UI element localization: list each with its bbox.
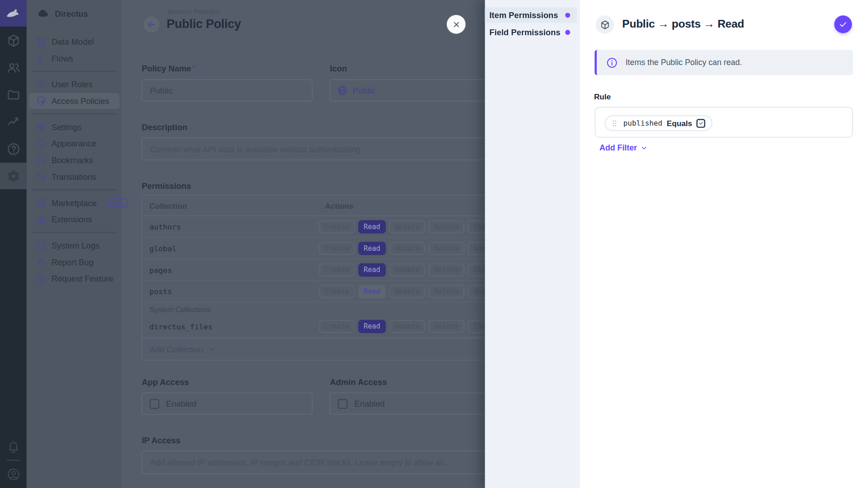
perm-posts-update-button[interactable]: Update (389, 285, 425, 298)
app-root: Access Policies Public Policy Policy Nam… (0, 0, 868, 488)
perm-authors-create-button[interactable]: Create (319, 220, 355, 233)
database-icon (36, 37, 47, 47)
system-collections-label: System Collections (150, 305, 211, 313)
perm-global-delete-button[interactable]: Delete (429, 241, 465, 254)
tab-field-permissions[interactable]: Field Permissions (485, 24, 577, 40)
sidebar-item-label: Access Policies (52, 96, 109, 106)
ip-access-input[interactable] (141, 450, 501, 474)
icon-select[interactable]: Public (330, 79, 501, 102)
status-dot (565, 30, 570, 35)
sidebar-item-request-feature[interactable]: Request Feature (29, 271, 120, 287)
perm-authors-update-button[interactable]: Update (389, 220, 425, 233)
perm-posts-delete-button[interactable]: Delete (429, 285, 465, 298)
module-user-menu[interactable] (0, 461, 27, 488)
perm-global-update-button[interactable]: Update (389, 241, 425, 254)
perm-directus_files-update-button[interactable]: Update (389, 319, 425, 333)
divider-line (216, 309, 499, 310)
sidebar-item-appearance[interactable]: Appearance (29, 136, 120, 152)
check-icon (838, 19, 848, 29)
perm-pages-create-button[interactable]: Create (319, 263, 355, 276)
people-icon (36, 79, 47, 89)
module-settings[interactable] (0, 163, 27, 189)
sidebar-item-translations[interactable]: Translations (29, 169, 120, 185)
required-mark: * (192, 64, 195, 72)
perm-directus_files-create-button[interactable]: Create (319, 319, 355, 333)
bug-icon (36, 257, 47, 267)
project-chooser[interactable]: Directus (27, 0, 122, 27)
globe-icon (337, 85, 348, 96)
drawer-close-button[interactable] (447, 15, 466, 34)
admin-access-label: Admin Access (330, 377, 387, 387)
sidebar-item-data-model[interactable]: Data Model (29, 34, 120, 50)
info-banner: Items the Public Policy can read. (594, 50, 853, 75)
sidebar-item-system-logs[interactable]: System Logs (29, 237, 120, 253)
add-collection-button[interactable]: Add Collection (142, 338, 500, 360)
gear-icon (6, 169, 20, 183)
module-docs[interactable] (0, 136, 27, 162)
shield-user-icon (36, 96, 47, 106)
filter-value-checkbox[interactable] (697, 119, 706, 128)
perm-authors-read-button[interactable]: Read (358, 220, 386, 233)
drag-handle-icon[interactable] (610, 119, 619, 128)
perm-pages-delete-button[interactable]: Delete (429, 263, 465, 276)
system-collections-divider: System Collections (142, 303, 500, 316)
add-filter-label: Add Filter (599, 143, 637, 152)
add-filter-button[interactable]: Add Filter (599, 143, 648, 152)
sidebar-item-user-roles[interactable]: User Roles (29, 76, 120, 93)
perm-posts-read-button[interactable]: Read (358, 285, 386, 298)
tab-label: Field Permissions (489, 28, 560, 37)
save-button[interactable] (834, 15, 852, 33)
sidebar-item-bookmarks[interactable]: Bookmarks (29, 152, 120, 169)
app-access-checkbox-label: Enabled (166, 399, 196, 408)
module-users[interactable] (0, 54, 27, 81)
module-files[interactable] (0, 81, 27, 108)
description-input[interactable] (141, 137, 501, 160)
filter-field[interactable]: published (623, 119, 662, 127)
sidebar-item-label: User Roles (52, 80, 93, 89)
sidebar-item-label: Data Model (52, 37, 94, 47)
perm-authors-delete-button[interactable]: Delete (429, 220, 465, 233)
sidebar-item-label: Extensions (52, 215, 92, 224)
policy-name-input[interactable] (141, 79, 313, 102)
sidebar-item-label: Request Feature (52, 274, 113, 283)
perm-posts-create-button[interactable]: Create (319, 285, 355, 298)
directus-logo[interactable] (0, 0, 27, 27)
translate-icon (36, 172, 47, 182)
chevron-down-icon (640, 144, 648, 152)
perm-directus_files-delete-button[interactable]: Delete (429, 319, 465, 333)
permissions-table-header: Collection Actions (142, 196, 500, 216)
perm-global-create-button[interactable]: Create (319, 241, 355, 254)
user-circle-icon (6, 467, 20, 481)
sidebar-item-report-bug[interactable]: Report Bug (29, 254, 120, 270)
perm-global-read-button[interactable]: Read (358, 241, 386, 254)
breadcrumb[interactable]: Access Policies (167, 8, 220, 15)
module-insights[interactable] (0, 108, 27, 135)
admin-access-checkbox-label: Enabled (354, 399, 385, 408)
chart-icon (6, 115, 20, 129)
filter-pill[interactable]: published Equals (604, 115, 712, 131)
app-access-checkbox[interactable] (150, 399, 160, 408)
perm-directus_files-read-button[interactable]: Read (358, 319, 386, 333)
sidebar-item-label: Appearance (52, 139, 96, 148)
tab-item-permissions[interactable]: Item Permissions (485, 7, 577, 23)
column-collection: Collection (142, 201, 325, 210)
module-notifications[interactable] (0, 434, 27, 460)
permissions-label: Permissions (142, 181, 191, 190)
permissions-table: Collection Actions authorsCreateReadUpda… (141, 195, 501, 361)
sidebar-item-flows[interactable]: Flows (29, 50, 120, 66)
module-content[interactable] (0, 27, 27, 54)
collection-name: posts (142, 287, 319, 296)
sidebar-item-access-policies[interactable]: Access Policies (29, 93, 120, 109)
filter-operator[interactable]: Equals (667, 119, 692, 128)
perm-pages-read-button[interactable]: Read (358, 263, 386, 276)
sidebar-item-extensions[interactable]: Extensions (29, 211, 120, 228)
terminal-icon (36, 240, 47, 250)
rule-box: published Equals (594, 107, 853, 138)
app-access-label: App Access (142, 377, 189, 387)
admin-access-checkbox[interactable] (338, 399, 348, 408)
back-button[interactable] (143, 17, 160, 33)
sidebar-item-marketplace[interactable]: MarketplaceBeta (29, 195, 120, 211)
rabbit-icon (5, 5, 22, 22)
sidebar-item-settings[interactable]: Settings (29, 119, 120, 135)
perm-pages-update-button[interactable]: Update (389, 263, 425, 276)
